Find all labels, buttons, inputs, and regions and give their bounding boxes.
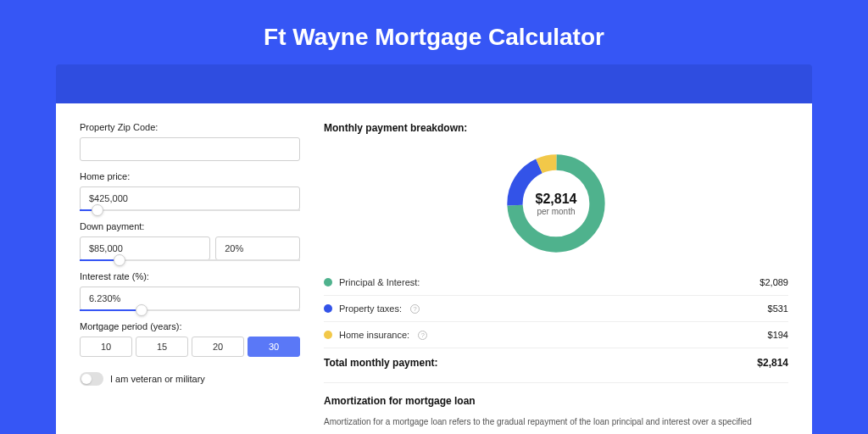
down-payment-pct-input[interactable] xyxy=(215,236,300,260)
amortization-text: Amortization for a mortgage loan refers … xyxy=(324,415,788,428)
home-price-label: Home price: xyxy=(80,171,300,181)
down-payment-slider[interactable] xyxy=(80,259,300,261)
interest-rate-slider[interactable] xyxy=(80,309,300,311)
interest-rate-input[interactable] xyxy=(80,287,300,310)
legend-dot-icon xyxy=(324,304,332,313)
home-price-input[interactable] xyxy=(80,186,300,210)
breakdown-value: $194 xyxy=(768,330,788,340)
breakdown-row: Property taxes: ? $531 xyxy=(324,296,788,322)
zip-label: Property Zip Code: xyxy=(80,122,300,132)
home-price-slider[interactable] xyxy=(80,209,300,211)
total-label: Total monthly payment: xyxy=(324,357,437,369)
breakdown-label: Home insurance: xyxy=(339,330,409,340)
slider-thumb-icon[interactable] xyxy=(92,204,103,216)
veteran-toggle[interactable] xyxy=(80,372,103,386)
period-option-30[interactable]: 30 xyxy=(248,337,300,357)
slider-thumb-icon[interactable] xyxy=(136,304,147,316)
donut-sub: per month xyxy=(537,207,575,216)
amortization-title: Amortization for mortgage loan xyxy=(324,382,788,407)
breakdown-value: $2,089 xyxy=(760,277,788,287)
down-payment-amount-input[interactable] xyxy=(80,236,210,260)
legend-dot-icon xyxy=(324,331,332,339)
breakdown-panel: Monthly payment breakdown: $2,814 per mo… xyxy=(324,122,788,434)
donut-amount: $2,814 xyxy=(536,192,577,207)
period-label: Mortgage period (years): xyxy=(80,321,300,331)
info-icon[interactable]: ? xyxy=(410,304,420,314)
toggle-knob-icon xyxy=(81,374,92,384)
breakdown-label: Principal & Interest: xyxy=(339,277,420,287)
page-title: Ft Wayne Mortgage Calculator xyxy=(0,0,868,64)
legend-dot-icon xyxy=(324,278,332,287)
donut-chart: $2,814 per month xyxy=(502,149,610,258)
period-option-10[interactable]: 10 xyxy=(80,337,132,357)
breakdown-label: Property taxes: xyxy=(339,303,402,314)
calculator-card: Property Zip Code: Home price: Down paym… xyxy=(56,103,812,434)
slider-thumb-icon[interactable] xyxy=(114,254,125,266)
interest-rate-label: Interest rate (%): xyxy=(80,271,300,281)
period-option-15[interactable]: 15 xyxy=(136,337,188,357)
period-option-20[interactable]: 20 xyxy=(192,337,244,357)
info-icon[interactable]: ? xyxy=(418,331,427,340)
breakdown-title: Monthly payment breakdown: xyxy=(324,122,788,134)
header-bar xyxy=(56,64,812,103)
breakdown-value: $531 xyxy=(768,303,788,314)
total-value: $2,814 xyxy=(757,357,788,369)
veteran-label: I am veteran or military xyxy=(110,374,205,384)
breakdown-row: Home insurance: ? $194 xyxy=(324,322,788,348)
down-payment-label: Down payment: xyxy=(80,221,300,231)
breakdown-row: Principal & Interest: $2,089 xyxy=(324,270,788,296)
inputs-panel: Property Zip Code: Home price: Down paym… xyxy=(80,122,300,434)
period-options: 10152030 xyxy=(80,337,300,357)
zip-input[interactable] xyxy=(80,137,300,161)
